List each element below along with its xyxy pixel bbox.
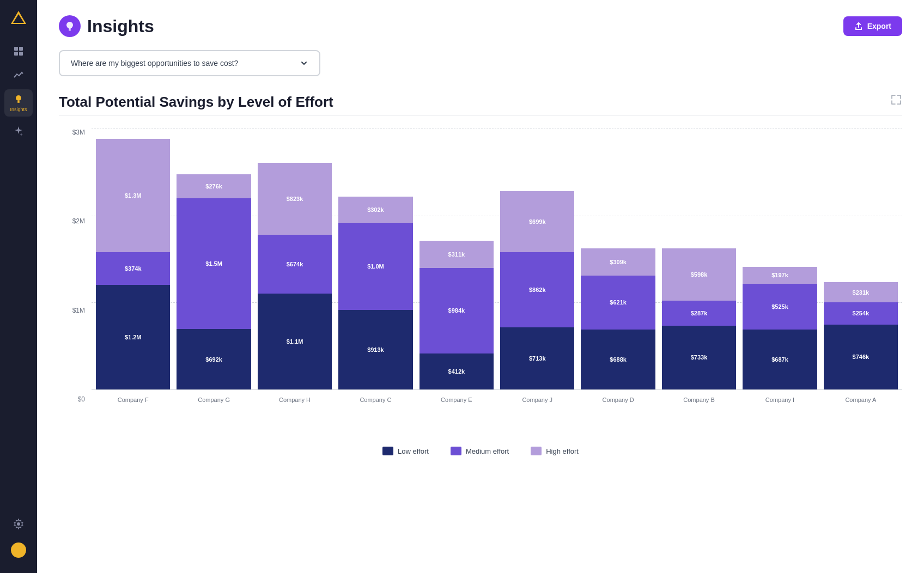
bar-segment-high: $197k [743,267,817,284]
legend-label-medium: Medium effort [466,447,509,455]
y-label-3m: $3M [72,129,85,136]
bar-segment-medium: $254k [824,302,898,325]
bar-group-company-b: $598k$287k$733k [662,129,736,389]
dropdown-container: Where are my biggest opportunities to sa… [59,50,902,76]
x-label-0: Company F [96,397,170,403]
question-dropdown[interactable]: Where are my biggest opportunities to sa… [59,50,320,76]
bar-segment-low: $688k [581,330,655,389]
bar-segment-high: $699k [500,191,574,252]
sidebar-item-dashboard[interactable] [4,41,33,61]
x-label-6: Company D [581,397,655,403]
x-label-1: Company G [177,397,251,403]
chart-divider [59,115,902,115]
bar-segment-high: $823k [258,163,332,235]
y-label-0: $0 [78,395,85,403]
chart-area: $1.3M$374k$1.2M$276k$1.5M$692k$823k$674k… [92,129,902,390]
x-label-7: Company B [662,397,736,403]
bar-group-company-c: $302k$1.0M$913k [338,129,412,389]
chart-title: Total Potential Savings by Level of Effo… [59,94,333,111]
legend-color-low [382,447,393,455]
bar-segment-medium: $1.5M [177,198,251,329]
svg-point-10 [66,22,73,28]
bar-segment-low: $692k [177,329,251,389]
bar-group-company-a: $231k$254k$746k [824,129,898,389]
bar-segment-low: $687k [743,330,817,389]
legend-color-high [531,447,542,455]
logo[interactable] [9,9,28,28]
dropdown-selected: Where are my biggest opportunities to sa… [71,59,238,68]
export-button[interactable]: Export [843,16,902,36]
legend-item-high: High effort [531,447,579,455]
y-label-1m: $1M [72,307,85,314]
expand-icon[interactable] [890,94,902,108]
svg-rect-5 [19,52,23,56]
bar-segment-high: $1.3M [96,139,170,252]
bar-segment-high: $302k [338,197,412,223]
chart-legend: Low effort Medium effort High effort [59,447,902,455]
bar-segment-medium: $862k [500,252,574,327]
svg-rect-11 [69,28,71,30]
bar-segment-low: $1.1M [258,294,332,389]
bar-segment-low: $733k [662,326,736,389]
sidebar-item-insights-label: Insights [10,107,27,112]
legend-item-medium: Medium effort [451,447,509,455]
page-header: Insights Export [59,15,902,37]
bar-chart: $3M $2M $1M $0 $1.3M$374k$1.2M$276k$1.5M… [59,129,902,436]
bar-segment-medium: $287k [662,301,736,326]
bar-segment-low: $1.2M [96,285,170,389]
bar-segment-medium: $1.0M [338,223,412,310]
avatar[interactable] [11,542,26,558]
x-label-9: Company A [824,397,898,403]
bar-segment-high: $598k [662,248,736,301]
chevron-down-icon [300,59,308,68]
bar-segment-medium: $374k [96,252,170,285]
sidebar: Insights [0,0,37,573]
bar-segment-high: $276k [177,174,251,198]
bar-group-company-g: $276k$1.5M$692k [177,129,251,389]
x-label-3: Company C [338,397,412,403]
legend-label-low: Low effort [398,447,429,455]
bar-group-company-e: $311k$984k$412k [420,129,494,389]
insights-icon [59,15,81,37]
bar-segment-medium: $525k [743,284,817,330]
svg-rect-2 [14,47,18,51]
bar-segment-high: $309k [581,248,655,275]
page-title: Insights [87,16,154,36]
svg-point-9 [17,522,20,526]
bar-segment-medium: $621k [581,276,655,330]
x-label-8: Company I [743,397,817,403]
x-axis: Company FCompany GCompany HCompany CComp… [92,392,902,403]
legend-color-medium [451,447,461,455]
bar-group-company-f: $1.3M$374k$1.2M [96,129,170,389]
main-content: Insights Export Where are my biggest opp… [37,0,924,573]
sidebar-item-ai[interactable] [4,121,33,141]
y-label-2m: $2M [72,217,85,225]
sidebar-nav: Insights [4,41,33,514]
bar-group-company-j: $699k$862k$713k [500,129,574,389]
svg-rect-8 [17,102,20,103]
bar-segment-low: $713k [500,327,574,389]
svg-rect-4 [14,52,18,56]
bars-container: $1.3M$374k$1.2M$276k$1.5M$692k$823k$674k… [92,129,902,389]
sidebar-item-analytics[interactable] [4,65,33,85]
bar-segment-medium: $984k [420,268,494,353]
bar-segment-high: $311k [420,241,494,268]
legend-label-high: High effort [546,447,579,455]
chart-section: Total Potential Savings by Level of Effo… [59,94,902,558]
bar-segment-low: $746k [824,325,898,389]
x-label-2: Company H [258,397,332,403]
svg-rect-7 [17,101,20,102]
bar-segment-medium: $674k [258,235,332,294]
bar-segment-high: $231k [824,282,898,302]
chart-header: Total Potential Savings by Level of Effo… [59,94,902,111]
bar-group-company-i: $197k$525k$687k [743,129,817,389]
sidebar-bottom [4,514,33,558]
sidebar-item-settings[interactable] [4,514,33,534]
bar-segment-low: $412k [420,353,494,389]
x-label-5: Company J [500,397,574,403]
svg-rect-3 [19,47,23,51]
x-label-4: Company E [420,397,494,403]
svg-rect-12 [69,30,71,31]
bar-group-company-h: $823k$674k$1.1M [258,129,332,389]
sidebar-item-insights[interactable]: Insights [4,89,33,117]
